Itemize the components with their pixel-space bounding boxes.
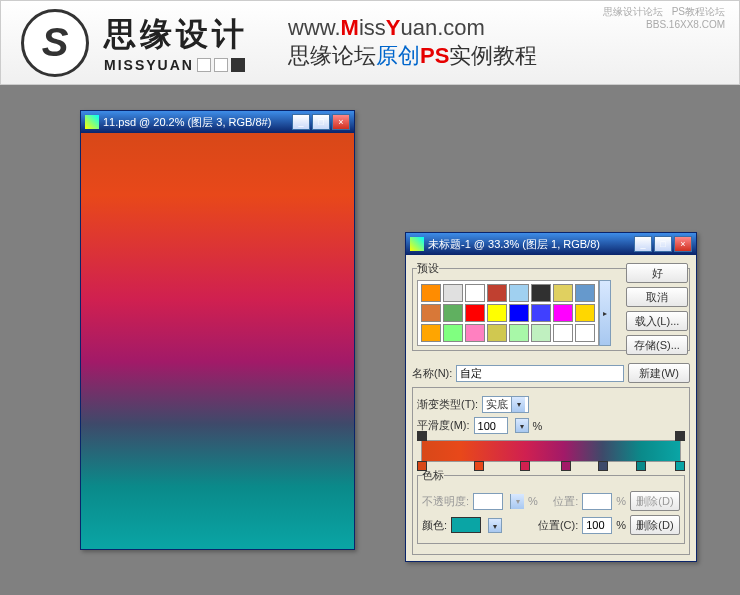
maximize-button[interactable]: □ — [312, 114, 330, 130]
logo-glyph: S — [42, 20, 69, 65]
delete-opacity-button: 删除(D) — [630, 491, 680, 511]
titlebar[interactable]: 未标题-1 @ 33.3% (图层 1, RGB/8) _ □ × — [406, 233, 696, 255]
location-label: 位置: — [553, 494, 578, 509]
url-text: www.MissYuan.com — [288, 15, 537, 41]
minimize-button[interactable]: _ — [634, 236, 652, 252]
type-label: 渐变类型(T): — [417, 397, 478, 412]
window-title: 11.psd @ 20.2% (图层 3, RGB/8#) — [103, 115, 292, 130]
smooth-input[interactable] — [474, 417, 508, 434]
close-button[interactable]: × — [332, 114, 350, 130]
canvas-gradient[interactable] — [81, 133, 354, 549]
stops-fieldset: 色标 不透明度: ▾ % 位置: % 删除(D) 颜色: ▾ — [417, 468, 685, 544]
opacity-input — [473, 493, 503, 510]
brand-sub: MISSYUAN — [104, 57, 248, 73]
preset-swatch[interactable] — [443, 284, 463, 302]
preset-swatch[interactable] — [509, 284, 529, 302]
preset-legend: 预设 — [417, 261, 439, 276]
preset-swatch[interactable] — [487, 304, 507, 322]
preset-swatch[interactable] — [487, 284, 507, 302]
gradient-settings: 渐变类型(T): 实底 ▾ 平滑度(M): ▾ % 色标 不透明度: ▾ — [412, 387, 690, 555]
preset-swatch[interactable] — [553, 304, 573, 322]
ok-button[interactable]: 好 — [626, 263, 688, 283]
type-dropdown[interactable]: 实底 ▾ — [482, 396, 529, 413]
preset-swatch[interactable] — [421, 304, 441, 322]
cancel-button[interactable]: 取消 — [626, 287, 688, 307]
name-label: 名称(N): — [412, 366, 452, 381]
color-stop[interactable] — [474, 461, 484, 471]
gradient-editor-window: 未标题-1 @ 33.3% (图层 1, RGB/8) _ □ × 预设 ▸ 好… — [405, 232, 697, 562]
delete-color-button[interactable]: 删除(D) — [630, 515, 680, 535]
chevron-down-icon: ▾ — [511, 397, 525, 412]
preset-swatch[interactable] — [531, 304, 551, 322]
opacity-label: 不透明度: — [422, 494, 469, 509]
square-icon — [231, 58, 245, 72]
opacity-stop[interactable] — [417, 431, 427, 441]
preset-swatch[interactable] — [509, 324, 529, 342]
color-stop[interactable] — [417, 461, 427, 471]
preset-swatch[interactable] — [553, 284, 573, 302]
minimize-button[interactable]: _ — [292, 114, 310, 130]
preset-menu-arrow[interactable]: ▸ — [599, 280, 611, 346]
preset-swatch[interactable] — [575, 304, 595, 322]
preset-swatch[interactable] — [421, 324, 441, 342]
percent-label: % — [533, 420, 543, 432]
side-buttons: 好 取消 载入(L)... 存储(S)... — [626, 263, 688, 359]
preset-swatch[interactable] — [553, 324, 573, 342]
color-stop[interactable] — [561, 461, 571, 471]
color-stop[interactable] — [675, 461, 685, 471]
preset-swatch[interactable] — [443, 304, 463, 322]
name-input[interactable] — [456, 365, 624, 382]
watermark: 思缘设计论坛 PS教程论坛 BBS.16XX8.COM — [603, 5, 725, 30]
square-icon — [214, 58, 228, 72]
square-icon — [197, 58, 211, 72]
preset-swatch[interactable] — [575, 324, 595, 342]
preset-swatch[interactable] — [465, 284, 485, 302]
location-c-label: 位置(C): — [538, 518, 578, 533]
document-window-1: 11.psd @ 20.2% (图层 3, RGB/8#) _ □ × — [80, 110, 355, 550]
brand-block: 思缘设计 MISSYUAN — [104, 13, 248, 73]
location-c-input[interactable] — [582, 517, 612, 534]
load-button[interactable]: 载入(L)... — [626, 311, 688, 331]
maximize-button[interactable]: □ — [654, 236, 672, 252]
opacity-stop[interactable] — [675, 431, 685, 441]
save-button[interactable]: 存储(S)... — [626, 335, 688, 355]
preset-swatch[interactable] — [531, 284, 551, 302]
chevron-down-icon[interactable]: ▾ — [488, 518, 502, 533]
color-swatch[interactable] — [451, 517, 481, 533]
location-input — [582, 493, 612, 510]
preset-swatch[interactable] — [575, 284, 595, 302]
color-stop[interactable] — [636, 461, 646, 471]
close-button[interactable]: × — [674, 236, 692, 252]
preset-swatch[interactable] — [531, 324, 551, 342]
logo-circle: S — [21, 9, 89, 77]
chevron-down-icon[interactable]: ▾ — [515, 418, 529, 433]
window-title: 未标题-1 @ 33.3% (图层 1, RGB/8) — [428, 237, 634, 252]
new-button[interactable]: 新建(W) — [628, 363, 690, 383]
gradient-bar[interactable] — [421, 440, 681, 462]
color-stop[interactable] — [520, 461, 530, 471]
preset-swatches — [417, 280, 599, 346]
url-block: www.MissYuan.com 思缘论坛原创PS实例教程 — [288, 15, 537, 71]
dialog-body: 预设 ▸ 好 取消 载入(L)... 存储(S)... 名称(N): 新建(W)… — [406, 255, 696, 561]
preset-swatch[interactable] — [465, 304, 485, 322]
color-label: 颜色: — [422, 518, 447, 533]
preset-swatch[interactable] — [443, 324, 463, 342]
preset-swatch[interactable] — [421, 284, 441, 302]
app-icon — [85, 115, 99, 129]
app-icon — [410, 237, 424, 251]
chevron-down-icon: ▾ — [510, 494, 524, 509]
preset-swatch[interactable] — [465, 324, 485, 342]
brand-main: 思缘设计 — [104, 13, 248, 57]
preset-swatch[interactable] — [509, 304, 529, 322]
color-stop[interactable] — [598, 461, 608, 471]
preset-swatch[interactable] — [487, 324, 507, 342]
tagline: 思缘论坛原创PS实例教程 — [288, 41, 537, 71]
titlebar[interactable]: 11.psd @ 20.2% (图层 3, RGB/8#) _ □ × — [81, 111, 354, 133]
